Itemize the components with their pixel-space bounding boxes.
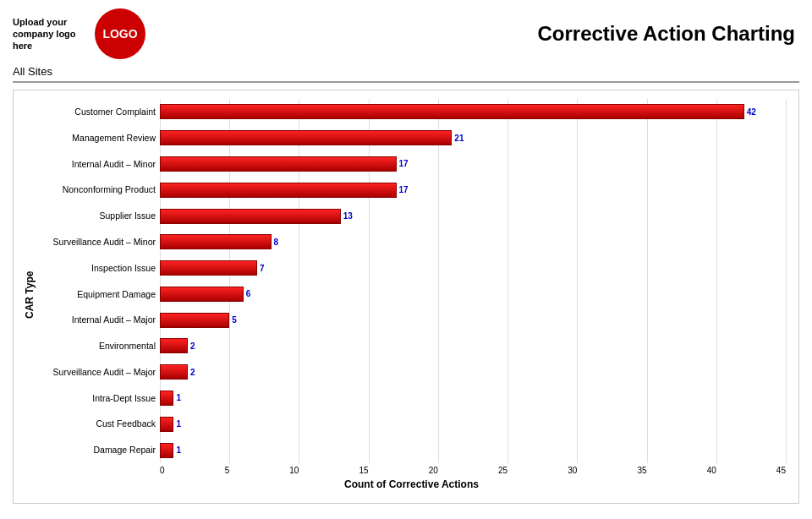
y-axis-label: CAR Type: [22, 99, 37, 490]
logo-circle[interactable]: LOGO: [95, 8, 145, 59]
x-axis-tick: 25: [498, 466, 508, 475]
bar: [160, 234, 272, 249]
category-labels: Customer ComplaintManagement ReviewInter…: [37, 99, 160, 463]
bar: [160, 183, 397, 198]
bar-row: 1: [160, 415, 786, 434]
bar-row: 1: [160, 389, 786, 407]
bar-value: 17: [399, 185, 409, 194]
bar-row: 42: [160, 102, 786, 121]
bar-row: 13: [160, 207, 786, 226]
bar-row: 1: [160, 441, 786, 460]
bar-row: 6: [160, 285, 786, 303]
x-axis-tick: 10: [289, 466, 299, 475]
x-axis-tick: 35: [637, 466, 646, 475]
category-label: Supplier Issue: [37, 210, 156, 221]
category-label: Internal Audit – Minor: [37, 159, 156, 170]
grid-line: [786, 99, 787, 463]
grid-lines: [160, 99, 786, 463]
bar-value: 13: [343, 211, 353, 221]
header-divider: [13, 81, 799, 83]
grid-line: [369, 99, 370, 463]
bar-value: 8: [274, 238, 279, 247]
category-label: Environmental: [37, 341, 156, 352]
bar: [160, 209, 341, 224]
bar-row: 2: [160, 336, 786, 355]
bar-value: 17: [399, 159, 409, 168]
bar-value: 1: [176, 445, 181, 455]
chart-inner: Customer ComplaintManagement ReviewInter…: [37, 99, 786, 490]
bar-row: 7: [160, 259, 786, 277]
category-label: Surveillance Audit – Major: [37, 367, 156, 378]
x-axis-tick: 45: [776, 466, 786, 475]
page-title: Corrective Action Charting: [538, 22, 796, 46]
bar-value: 7: [260, 264, 265, 273]
x-axis: 051015202530354045: [37, 466, 786, 475]
bar-row: 21: [160, 128, 786, 147]
bar-value: 5: [232, 315, 237, 325]
bar: [160, 443, 173, 458]
bar: [160, 130, 452, 145]
bar-value: 42: [747, 107, 756, 117]
grid-line: [438, 99, 439, 463]
category-label: Inspection Issue: [37, 263, 156, 274]
x-axis-tick: 20: [429, 466, 438, 475]
bar-row: 17: [160, 181, 786, 199]
category-label: Cust Feedback: [37, 418, 156, 429]
bar: [160, 104, 744, 119]
category-label: Management Review: [37, 133, 156, 144]
x-axis-tick: 0: [160, 466, 165, 475]
x-axis-tick: 15: [359, 466, 369, 475]
category-label: Equipment Damage: [37, 289, 156, 300]
grid-line: [229, 99, 230, 463]
logo-area: Upload your company logo here LOGO: [13, 8, 145, 59]
x-axis-labels: 051015202530354045: [160, 466, 786, 475]
bar: [160, 287, 244, 302]
x-axis-tick: 40: [707, 466, 716, 475]
bar-value: 6: [246, 289, 251, 298]
bar: [160, 364, 188, 380]
bar-row: 5: [160, 311, 786, 330]
category-label: Internal Audit – Major: [37, 314, 156, 325]
category-label: Surveillance Audit – Minor: [37, 237, 156, 248]
bar: [160, 156, 397, 172]
header: Upload your company logo here LOGO Corre…: [0, 0, 812, 63]
bar: [160, 417, 173, 432]
bar-value: 21: [454, 134, 464, 143]
x-axis-tick: 30: [568, 466, 577, 475]
bar: [160, 260, 257, 276]
site-label: All Sites: [0, 63, 812, 79]
bar: [160, 313, 229, 328]
grid-line: [299, 99, 299, 463]
bar: [160, 338, 188, 353]
bar-value: 2: [190, 368, 195, 377]
grid-line: [716, 99, 717, 463]
grid-line: [160, 99, 161, 463]
bar-value: 1: [176, 393, 181, 402]
x-axis-spacer: [37, 466, 160, 475]
chart-container: CAR Type Customer ComplaintManagement Re…: [13, 90, 799, 504]
grid-line: [508, 99, 508, 463]
bar-value: 2: [190, 341, 195, 351]
grid-line: [577, 99, 578, 463]
bar-value: 1: [176, 419, 181, 429]
category-label: Intra-Dept Issue: [37, 393, 156, 404]
x-axis-tick: 5: [225, 466, 230, 475]
grid-line: [647, 99, 648, 463]
bar-row: 8: [160, 232, 786, 251]
bar: [160, 391, 173, 406]
category-label: Customer Complaint: [37, 107, 156, 117]
bars-area: 4221171713876522111: [160, 99, 786, 463]
bar-row: 2: [160, 363, 786, 381]
x-axis-title: Count of Corrective Actions: [37, 478, 786, 490]
bars-section: Customer ComplaintManagement ReviewInter…: [37, 99, 786, 463]
bar-row: 17: [160, 155, 786, 173]
category-label: Damage Repair: [37, 445, 156, 456]
category-label: Nonconforming Product: [37, 184, 156, 195]
chart-area: CAR Type Customer ComplaintManagement Re…: [22, 99, 786, 490]
logo-upload-text: Upload your company logo here: [13, 16, 85, 52]
